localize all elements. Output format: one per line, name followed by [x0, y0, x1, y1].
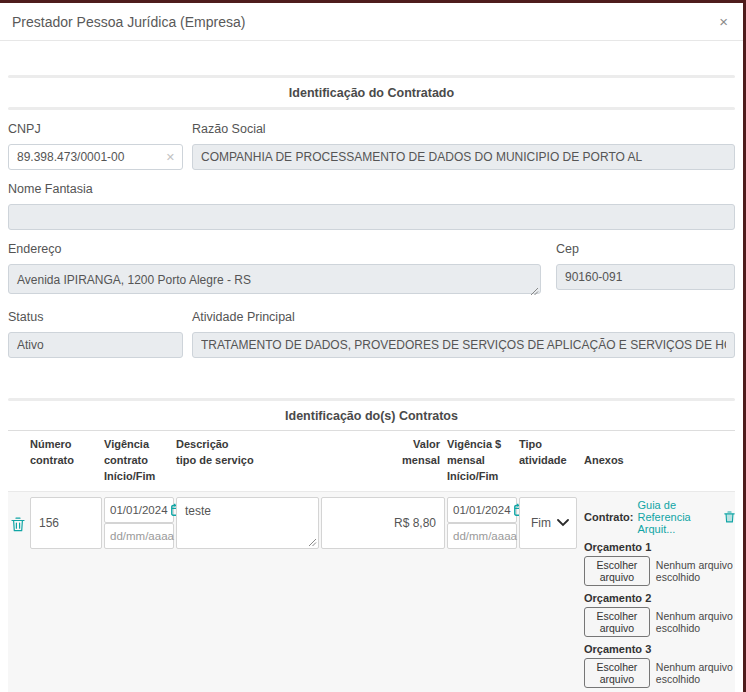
cep-label: Cep: [556, 242, 735, 256]
orcamento-2-label: Orçamento 2: [584, 592, 735, 604]
header-descricao: Descriçãotipo de serviço: [176, 437, 319, 469]
vigencia-contrato-inicio-input[interactable]: 01/01/2024: [104, 497, 174, 523]
valor-mensal-input[interactable]: [321, 497, 445, 549]
contracts-table-body: 01/01/2024 dd/mm/aaaa teste: [8, 491, 735, 692]
resize-handle-icon[interactable]: [530, 287, 539, 296]
contrato-anexo-label: Contrato:: [584, 511, 634, 523]
section-title-contratos: Identificação do(s) Contratos: [8, 401, 735, 430]
modal-header: Prestador Pessoa Jurídica (Empresa) ×: [0, 3, 743, 41]
contrato-file-link[interactable]: Guia de Referencia Arquit...: [638, 499, 721, 535]
tipo-atividade-select[interactable]: Fim: [519, 497, 577, 549]
orcamento-1-no-file-text: Nenhum arquivo escolhido: [656, 559, 735, 583]
atividade-principal-field: [192, 332, 735, 358]
orcamento-2-file-button[interactable]: Escolher arquivo: [584, 607, 650, 637]
cep-field: [556, 264, 735, 290]
orcamento-1-file-button[interactable]: Escolher arquivo: [584, 556, 650, 586]
table-row: 01/01/2024 dd/mm/aaaa teste: [8, 497, 735, 688]
orcamento-3-label: Orçamento 3: [584, 643, 735, 655]
endereco-label: Endereço: [8, 242, 541, 256]
modal-body: Identificação do Contratado CNPJ ✕ Razão…: [0, 41, 743, 692]
status-field: [8, 332, 183, 358]
endereco-field: Avenida IPIRANGA, 1200 Porto Alegre - RS: [8, 264, 541, 294]
orcamento-2-no-file-text: Nenhum arquivo escolhido: [656, 610, 735, 634]
modal-title: Prestador Pessoa Jurídica (Empresa): [12, 14, 245, 30]
section-title-contratado: Identificação do Contratado: [8, 78, 735, 107]
nome-fantasia-label: Nome Fantasia: [8, 182, 735, 196]
section-divider: [8, 107, 735, 110]
cnpj-input[interactable]: [8, 144, 183, 170]
header-vigencia-contrato: Vigência contratoInício/Fim: [104, 437, 174, 485]
anexos-cell: Contrato: Guia de Referencia Arquit... O…: [579, 497, 735, 688]
status-label: Status: [8, 310, 183, 324]
close-icon[interactable]: ×: [719, 14, 728, 29]
orcamento-1-label: Orçamento 1: [584, 541, 735, 553]
orcamento-3-file-button[interactable]: Escolher arquivo: [584, 658, 650, 688]
orcamento-3-no-file-text: Nenhum arquivo escolhido: [656, 661, 735, 685]
descricao-servico-textarea[interactable]: teste: [176, 497, 319, 549]
vigencia-mensal-fim-input[interactable]: dd/mm/aaaa: [447, 523, 517, 549]
razao-social-label: Razão Social: [192, 122, 735, 136]
atividade-principal-label: Atividade Principal: [192, 310, 735, 324]
prestador-modal: Prestador Pessoa Jurídica (Empresa) × Id…: [0, 3, 743, 692]
header-numero-contrato: Númerocontrato: [30, 437, 102, 469]
header-valor-mensal: Valormensal: [321, 437, 445, 469]
contracts-table-header: Númerocontrato Vigência contratoInício/F…: [8, 437, 735, 491]
table-top-rule: [8, 430, 735, 431]
cnpj-label: CNPJ: [8, 122, 183, 136]
razao-social-field: [192, 144, 735, 170]
header-anexos: Anexos: [579, 437, 735, 469]
header-vigencia-mensal: Vigência $ mensalInício/Fim: [447, 437, 517, 485]
nome-fantasia-field: [8, 204, 735, 230]
resize-handle-icon[interactable]: [308, 538, 317, 547]
clear-icon[interactable]: ✕: [166, 151, 175, 164]
delete-anexo-trash-icon[interactable]: [724, 511, 735, 523]
delete-row-trash-icon[interactable]: [11, 517, 25, 532]
header-tipo-atividade: Tipoatividade: [519, 437, 577, 469]
chevron-down-icon: [557, 519, 569, 527]
vigencia-mensal-inicio-input[interactable]: 01/01/2024: [447, 497, 517, 523]
numero-contrato-input[interactable]: [30, 497, 102, 549]
vigencia-contrato-fim-input[interactable]: dd/mm/aaaa: [104, 523, 174, 549]
